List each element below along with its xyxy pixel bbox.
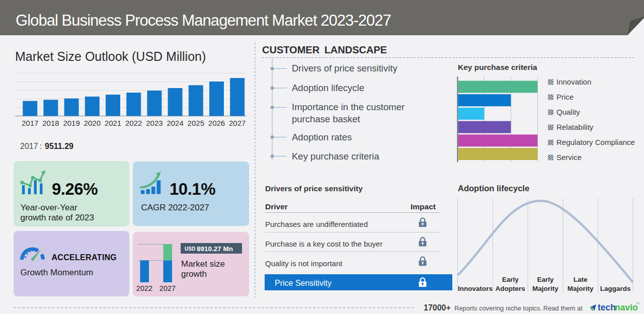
svg-text:Laggards: Laggards <box>600 285 631 292</box>
svg-text:growth rate of 2023: growth rate of 2023 <box>21 213 94 222</box>
svg-text:CAGR 2022-2027: CAGR 2022-2027 <box>141 203 209 212</box>
svg-text:2022: 2022 <box>125 119 142 127</box>
svg-text:Price: Price <box>556 93 574 101</box>
svg-text:purchase basket: purchase basket <box>292 114 360 124</box>
svg-text:17000+: 17000+ <box>424 303 451 312</box>
svg-text:Quality: Quality <box>556 108 580 116</box>
svg-text:2023: 2023 <box>146 119 163 127</box>
svg-text:Key purchase criteria: Key purchase criteria <box>458 63 537 71</box>
svg-text:Growth Momentum: Growth Momentum <box>21 268 94 277</box>
svg-text:Driver: Driver <box>265 202 288 211</box>
svg-text:2017: 2017 <box>22 119 38 127</box>
svg-text:Impact: Impact <box>411 202 436 211</box>
svg-text:Innovation: Innovation <box>556 77 591 86</box>
svg-text:Importance in the customer: Importance in the customer <box>292 102 405 112</box>
svg-text:Majority: Majority <box>532 285 558 292</box>
svg-text:growth: growth <box>181 269 207 279</box>
svg-text:Majority: Majority <box>568 285 594 292</box>
svg-text:2017 :: 2017 : <box>20 142 43 150</box>
svg-text:10.1%: 10.1% <box>170 180 215 198</box>
svg-text:ACCELERATING: ACCELERATING <box>52 253 117 262</box>
svg-text:2025: 2025 <box>188 119 204 127</box>
svg-text:Purchase is a key cost to the: Purchase is a key cost to the buyer <box>265 240 382 248</box>
svg-text:USD: USD <box>185 246 195 252</box>
svg-text:Early: Early <box>537 276 554 283</box>
svg-text:Reports covering niche topics.: Reports covering niche topics. Read them… <box>454 304 583 312</box>
svg-text:Adoption rates: Adoption rates <box>292 132 352 142</box>
svg-text:2027: 2027 <box>229 119 246 127</box>
svg-text:Adoption lifecycle: Adoption lifecycle <box>292 83 364 93</box>
svg-text:Drivers of price sensitivity: Drivers of price sensitivity <box>265 184 363 193</box>
svg-text:Late: Late <box>574 276 588 283</box>
svg-text:2021: 2021 <box>105 119 121 127</box>
svg-text:Regulatory Compliance: Regulatory Compliance <box>556 138 635 146</box>
svg-text:Relatability: Relatability <box>556 123 594 131</box>
svg-text:2019: 2019 <box>63 119 79 127</box>
svg-text:2018: 2018 <box>42 119 59 127</box>
svg-text:Adoption lifecycle: Adoption lifecycle <box>458 184 529 193</box>
svg-text:Global Business Process Manage: Global Business Process Management Marke… <box>16 12 391 29</box>
svg-text:Purchases are undifferentiated: Purchases are undifferentiated <box>265 220 368 228</box>
svg-text:Price Sensitivity: Price Sensitivity <box>275 279 332 287</box>
svg-text:2020: 2020 <box>84 119 101 127</box>
svg-text:2026: 2026 <box>208 119 225 127</box>
svg-text:8910.27 Mn: 8910.27 Mn <box>197 245 233 253</box>
svg-text:TM: TM <box>636 302 640 305</box>
svg-text:Early: Early <box>502 276 519 283</box>
svg-text:Drivers of price sensitivity: Drivers of price sensitivity <box>292 63 397 73</box>
svg-text:CUSTOMER LANDSCAPE: CUSTOMER LANDSCAPE <box>262 44 387 55</box>
svg-text:9511.29: 9511.29 <box>45 142 73 150</box>
svg-text:navio: navio <box>615 302 638 312</box>
svg-text:2022: 2022 <box>136 284 152 292</box>
svg-text:9.26%: 9.26% <box>52 180 98 198</box>
svg-text:Innovators: Innovators <box>458 285 493 292</box>
svg-text:tech: tech <box>598 302 616 312</box>
svg-text:Quality is not important: Quality is not important <box>265 259 343 268</box>
svg-text:Adopters: Adopters <box>496 285 525 292</box>
svg-text:2024: 2024 <box>167 119 183 127</box>
svg-text:Market Size Outlook (USD Milli: Market Size Outlook (USD Million) <box>15 49 206 63</box>
svg-text:Key purchase criteria: Key purchase criteria <box>292 151 379 162</box>
svg-text:2027: 2027 <box>159 284 176 292</box>
svg-text:Service: Service <box>556 153 582 162</box>
svg-text:Year-over-Year: Year-over-Year <box>21 203 77 212</box>
svg-text:Market size: Market size <box>181 259 225 269</box>
